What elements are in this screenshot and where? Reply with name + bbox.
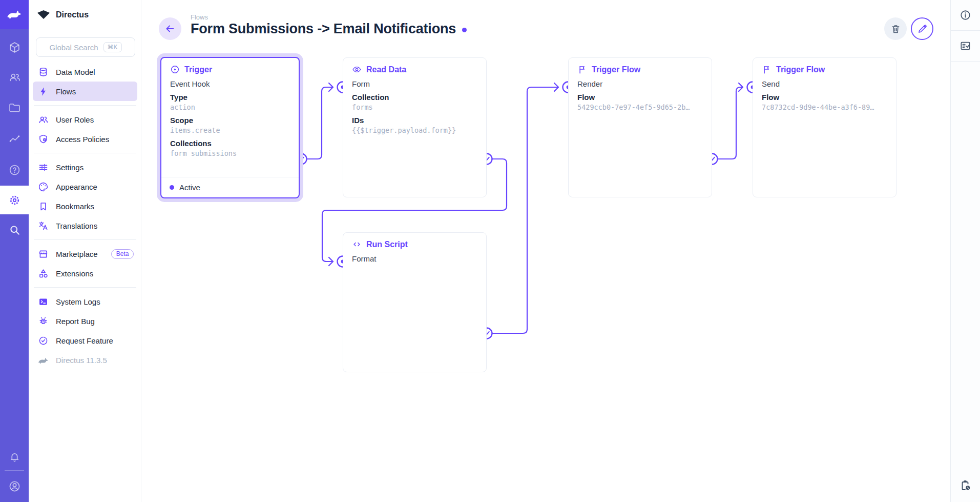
- nav-divider: [34, 287, 136, 288]
- shield-lock-icon: [38, 134, 49, 145]
- sidebar-item-label: Settings: [56, 163, 84, 172]
- directus-version-rabbit-icon: [38, 355, 49, 366]
- bookmark-icon: [38, 201, 49, 212]
- sidebar-item-flows[interactable]: Flows: [33, 82, 137, 101]
- flow-node-trigger-flow-send[interactable]: Trigger Flow Send Flow 7c8732cd-9d9e-44b…: [753, 57, 896, 197]
- notifications-button[interactable]: [0, 442, 29, 471]
- user-roles-icon: [38, 114, 49, 125]
- eye-icon: [352, 65, 362, 74]
- project-name: Directus: [56, 10, 89, 19]
- help-icon: [8, 164, 21, 176]
- bell-icon: [8, 450, 21, 463]
- settings-sidebar: Directus Global Search ⌘K Data Model Flo…: [29, 0, 141, 502]
- flow-canvas[interactable]: Trigger Event Hook Type action Scope ite…: [141, 0, 950, 502]
- bug-icon: [38, 316, 49, 327]
- back-button[interactable]: [159, 17, 181, 40]
- flow-editor-main: Trigger Event Hook Type action Scope ite…: [141, 0, 950, 502]
- sidebar-item-translations[interactable]: Translations: [33, 216, 137, 235]
- sidebar-item-settings[interactable]: Settings: [33, 157, 137, 177]
- global-search-input[interactable]: Global Search ⌘K: [36, 37, 135, 57]
- trash-icon: [890, 24, 901, 34]
- sidebar-item-label: Appearance: [56, 183, 97, 191]
- sidebar-item-label: Data Model: [56, 68, 95, 76]
- sidebar-section-revisions[interactable]: [951, 31, 980, 62]
- sidebar-item-appearance[interactable]: Appearance: [33, 177, 137, 196]
- project-logo-icon: [37, 10, 50, 19]
- module-rail: [0, 0, 29, 502]
- module-help[interactable]: [0, 155, 29, 184]
- sidebar-item-report-bug[interactable]: Report Bug: [33, 311, 137, 331]
- module-search[interactable]: [0, 215, 29, 244]
- node-field: Scope items.create: [170, 116, 290, 134]
- sidebar-item-label: Report Bug: [56, 317, 95, 326]
- flag-icon: [577, 65, 587, 74]
- palette-icon: [38, 182, 49, 192]
- user-menu-button[interactable]: [0, 472, 29, 500]
- directus-logo-block[interactable]: [0, 0, 29, 29]
- edit-flow-button[interactable]: [911, 17, 933, 40]
- sidebar-section-information[interactable]: [951, 0, 980, 31]
- sidebar-item-extensions[interactable]: Extensions: [33, 264, 137, 283]
- clipboard-clock-icon: [960, 479, 972, 492]
- project-row[interactable]: Directus: [29, 0, 141, 29]
- translate-icon: [38, 220, 49, 231]
- flow-node-trigger-flow-render[interactable]: Trigger Flow Render Flow 5429ccb0-7e97-4…: [568, 57, 712, 197]
- search-placeholder: Global Search: [49, 43, 98, 52]
- flow-node-trigger[interactable]: Trigger Event Hook Type action Scope ite…: [160, 57, 300, 198]
- breadcrumb[interactable]: Flows: [191, 13, 208, 21]
- search-icon: [8, 224, 21, 236]
- module-insights[interactable]: [0, 125, 29, 153]
- sidebar-item-label: Translations: [56, 222, 97, 230]
- cube-icon: [8, 41, 21, 54]
- users-icon: [8, 71, 21, 84]
- delete-flow-button[interactable]: [884, 17, 907, 40]
- sidebar-item-label: Bookmarks: [56, 202, 94, 211]
- beta-badge: Beta: [111, 249, 134, 259]
- active-status-label: Active: [179, 183, 200, 192]
- terminal-icon: [38, 296, 49, 307]
- sidebar-item-label: Access Policies: [56, 135, 109, 144]
- sidebar-item-access-policies[interactable]: Access Policies: [33, 129, 137, 149]
- directus-rabbit-icon: [7, 8, 22, 22]
- code-icon: [352, 239, 362, 249]
- module-content[interactable]: [0, 33, 29, 62]
- flow-node-run-script[interactable]: Run Script Format: [343, 232, 487, 372]
- sidebar-item-marketplace[interactable]: Marketplace Beta: [33, 244, 137, 264]
- version-row: Directus 11.3.5: [33, 350, 137, 370]
- database-icon: [38, 67, 49, 77]
- flow-logs-button[interactable]: [951, 473, 980, 498]
- sidebar-item-bookmarks[interactable]: Bookmarks: [33, 196, 137, 216]
- search-shortcut-badge: ⌘K: [103, 42, 122, 52]
- tune-icon: [38, 162, 49, 173]
- nav-list: Data Model Flows User Roles Access Polic…: [33, 62, 137, 370]
- sidebar-item-data-model[interactable]: Data Model: [33, 62, 137, 82]
- sidebar-item-label: Marketplace: [56, 250, 98, 258]
- sidebar-item-label: System Logs: [56, 297, 100, 306]
- node-title: Trigger Flow: [577, 65, 703, 74]
- pencil-icon: [917, 24, 928, 34]
- node-title: Read Data: [352, 65, 477, 74]
- info-icon: [960, 9, 971, 21]
- sidebar-item-label: User Roles: [56, 115, 94, 124]
- node-title: Run Script: [352, 239, 477, 249]
- account-circle-icon: [8, 480, 21, 493]
- sidebar-item-user-roles[interactable]: User Roles: [33, 110, 137, 129]
- module-users[interactable]: [0, 63, 29, 91]
- module-files[interactable]: [0, 93, 29, 122]
- rail-divider: [5, 470, 24, 471]
- folder-icon: [8, 102, 21, 114]
- right-sidebar: [950, 0, 980, 502]
- node-name: Send: [762, 79, 887, 88]
- module-settings[interactable]: [0, 186, 29, 214]
- nav-divider: [34, 105, 136, 106]
- node-field: Flow 7c8732cd-9d9e-44be-a3f6-89…: [762, 93, 887, 111]
- node-title: Trigger: [170, 65, 290, 74]
- bolt-icon: [38, 86, 49, 97]
- sidebar-item-label: Flows: [56, 87, 76, 96]
- sidebar-item-label: Request Feature: [56, 336, 113, 345]
- sidebar-item-request-feature[interactable]: Request Feature: [33, 331, 137, 350]
- sidebar-item-system-logs[interactable]: System Logs: [33, 292, 137, 311]
- node-field: Type action: [170, 93, 290, 111]
- flow-node-read-data[interactable]: Read Data Form Collection forms IDs {{$t…: [343, 57, 487, 197]
- insights-icon: [8, 133, 21, 146]
